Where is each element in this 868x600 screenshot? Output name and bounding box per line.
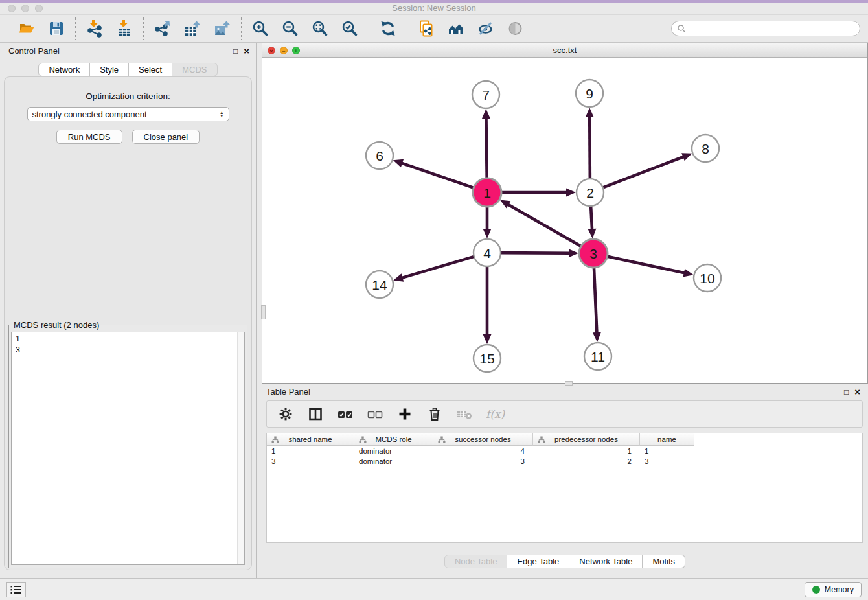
zoom-fit-icon[interactable] xyxy=(310,19,330,38)
close-panel-button[interactable]: Close panel xyxy=(132,130,200,144)
float-panel-icon[interactable]: □ xyxy=(233,43,238,60)
import-network-icon[interactable] xyxy=(85,19,104,38)
splitter-handle[interactable] xyxy=(261,305,266,319)
table-cell[interactable]: 4 xyxy=(433,447,533,455)
apply-layout-icon[interactable] xyxy=(378,19,398,38)
tab-motifs[interactable]: Motifs xyxy=(643,555,685,568)
memory-status-icon xyxy=(812,586,820,594)
table-cell[interactable]: 1 xyxy=(640,447,694,455)
graph-edge-3-11[interactable] xyxy=(594,267,597,334)
show-columns-icon[interactable] xyxy=(307,406,324,422)
graph-edge-4-3[interactable] xyxy=(500,253,570,253)
result-scrollbar[interactable] xyxy=(237,332,244,564)
minimize-window-button[interactable] xyxy=(21,5,29,12)
mcds-result-text[interactable]: 1 3 xyxy=(12,332,236,564)
column-header-mcds-role[interactable]: MCDS role xyxy=(354,433,433,446)
save-session-icon[interactable] xyxy=(47,19,66,38)
select-stepper-icon: ▲▼ xyxy=(220,111,223,118)
graphics-details-icon[interactable] xyxy=(506,19,525,38)
float-table-panel-icon[interactable]: □ xyxy=(844,384,849,400)
graph-node-label: 8 xyxy=(702,141,709,156)
column-header-successor-nodes[interactable]: successor nodes xyxy=(433,433,533,446)
graph-edge-2-8[interactable] xyxy=(602,156,685,187)
close-panel-icon[interactable]: × xyxy=(244,47,249,55)
network-minimize-button[interactable]: − xyxy=(280,47,288,54)
add-column-icon[interactable] xyxy=(396,406,413,422)
graph-edge-2-9[interactable] xyxy=(589,116,590,179)
tab-network[interactable]: Network xyxy=(38,63,90,76)
export-image-icon[interactable] xyxy=(212,19,232,38)
optimization-criterion-label: Optimization criterion: xyxy=(5,91,251,101)
graph-edge-arrowhead xyxy=(593,332,601,342)
search-input[interactable] xyxy=(671,21,860,36)
table-cell[interactable]: dominator xyxy=(354,457,433,465)
tab-select[interactable]: Select xyxy=(129,63,172,76)
control-panel: Control Panel □ × NetworkStyleSelectMCDS… xyxy=(0,43,257,578)
deselect-all-icon[interactable] xyxy=(367,406,383,422)
graph-node-label: 14 xyxy=(372,277,387,292)
zoom-window-button[interactable] xyxy=(35,5,43,12)
memory-label: Memory xyxy=(825,585,854,594)
network-overview-icon[interactable] xyxy=(446,19,466,38)
table-row[interactable]: 1dominator411 xyxy=(267,446,862,456)
zoom-out-icon[interactable] xyxy=(280,19,300,38)
network-canvas[interactable]: 7968124314101511 xyxy=(262,58,867,383)
clone-network-icon[interactable] xyxy=(417,19,436,38)
tab-mcds[interactable]: MCDS xyxy=(172,63,217,76)
graph-edge-arrowhead xyxy=(483,229,492,238)
app-titlebar: Session: New Session xyxy=(0,3,868,14)
optimization-criterion-select[interactable]: strongly connected component ▲▼ xyxy=(27,107,229,121)
close-table-panel-icon[interactable]: × xyxy=(854,388,860,396)
tab-edge-table[interactable]: Edge Table xyxy=(507,555,569,568)
graph-edge-arrowhead xyxy=(393,273,404,281)
graph-node-label: 6 xyxy=(376,148,383,163)
graph-edge-4-14[interactable] xyxy=(402,257,475,278)
memory-button[interactable]: Memory xyxy=(805,582,862,597)
graph-edge-arrowhead xyxy=(681,153,692,161)
table-row[interactable]: 3dominator323 xyxy=(267,456,862,467)
select-all-icon[interactable] xyxy=(337,406,354,422)
column-header-name[interactable]: name xyxy=(640,433,694,446)
export-network-icon[interactable] xyxy=(153,19,172,38)
graph-edge-1-7[interactable] xyxy=(486,117,486,179)
list-icon xyxy=(10,584,22,595)
graph-node-label: 15 xyxy=(479,351,494,366)
tab-node-table[interactable]: Node Table xyxy=(444,555,508,568)
graph-edge-1-6[interactable] xyxy=(401,163,474,188)
zoom-selected-icon[interactable] xyxy=(340,19,360,38)
task-history-button[interactable] xyxy=(6,582,26,597)
function-builder-icon-disabled: f(x) xyxy=(486,408,505,421)
status-bar: Memory xyxy=(0,578,868,600)
table-cell[interactable]: 2 xyxy=(533,457,640,465)
close-window-button[interactable] xyxy=(8,5,16,12)
graph-node-label: 9 xyxy=(586,86,593,101)
table-cell[interactable]: 3 xyxy=(640,457,694,465)
import-table-icon[interactable] xyxy=(115,19,134,38)
table-cell[interactable]: 3 xyxy=(267,457,354,465)
zoom-in-icon[interactable] xyxy=(251,19,270,38)
column-header-predecessor-nodes[interactable]: predecessor nodes xyxy=(533,433,640,446)
window-title: Session: New Session xyxy=(0,3,868,14)
graph-edge-2-3[interactable] xyxy=(591,205,592,230)
table-cell[interactable]: 1 xyxy=(533,447,640,455)
graph-edge-3-10[interactable] xyxy=(607,256,685,273)
graph-edge-3-1[interactable] xyxy=(507,204,582,247)
table-cell[interactable]: 3 xyxy=(433,457,533,465)
hide-selected-icon[interactable] xyxy=(476,19,496,38)
graph-node-label: 11 xyxy=(591,349,605,364)
tab-style[interactable]: Style xyxy=(90,63,129,76)
export-table-icon[interactable] xyxy=(183,19,202,38)
open-file-icon[interactable] xyxy=(17,19,36,38)
delete-columns-icon[interactable] xyxy=(426,406,443,422)
column-header-shared-name[interactable]: shared name xyxy=(267,433,354,446)
tab-network-table[interactable]: Network Table xyxy=(569,555,643,568)
table-cell[interactable]: dominator xyxy=(354,447,433,455)
table-panel-title: Table Panel xyxy=(266,387,310,397)
table-cell[interactable]: 1 xyxy=(267,447,354,455)
main-toolbar xyxy=(0,14,868,43)
run-mcds-button[interactable]: Run MCDS xyxy=(56,130,122,144)
network-close-button[interactable]: × xyxy=(268,47,275,54)
table-settings-icon[interactable] xyxy=(277,406,294,422)
network-view-window: × − + scc.txt 7968124314101511 xyxy=(262,43,868,384)
network-maximize-button[interactable]: + xyxy=(292,47,300,54)
